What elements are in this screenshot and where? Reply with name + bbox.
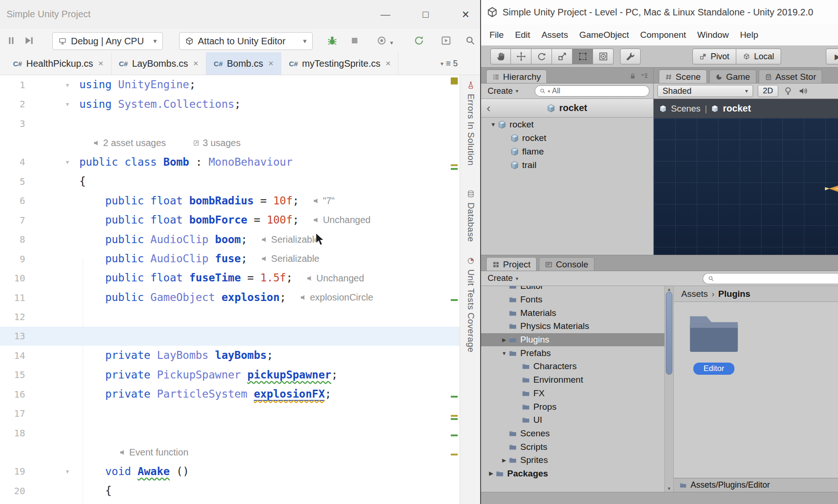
lock-icon[interactable]	[629, 72, 636, 80]
fold-marker-icon[interactable]: ▾	[27, 468, 74, 475]
hierarchy-item-flame[interactable]: flame	[481, 145, 653, 158]
tool-window-tab-database[interactable]: Database	[460, 190, 481, 242]
code-line[interactable]: 17	[0, 404, 460, 423]
stripe-mark[interactable]	[451, 434, 458, 436]
stripe-mark[interactable]	[451, 415, 458, 417]
menu-edit[interactable]: Edit	[510, 30, 536, 40]
fold-marker-icon[interactable]: ▾	[27, 100, 74, 108]
menu-gameobject[interactable]: GameObject	[573, 30, 635, 40]
menu-file[interactable]: File	[484, 30, 510, 40]
project-scrollbar[interactable]: ▲ ▼	[664, 286, 674, 492]
debug-bug-icon[interactable]	[327, 35, 338, 46]
inlay-hint[interactable]: Unchanged	[313, 215, 370, 225]
code-line[interactable]: 18	[0, 423, 460, 442]
panel-menu-icon[interactable]	[640, 72, 649, 80]
inlay-hint[interactable]: Event function	[119, 447, 189, 458]
stripe-mark[interactable]	[451, 164, 458, 166]
restart-icon[interactable]	[413, 35, 425, 46]
stripe-mark[interactable]	[451, 168, 458, 170]
custom-tool-button[interactable]	[620, 49, 641, 64]
code-line[interactable]: 14 private LayBombs layBombs;	[0, 346, 460, 365]
code-editor[interactable]: 1▾using UnityEngine;2▾using System.Colle…	[0, 75, 460, 504]
scale-tool-button[interactable]	[552, 49, 573, 64]
code-line[interactable]: 5{	[0, 172, 460, 191]
project-tree-item-sprites[interactable]: ▶Sprites	[481, 454, 664, 467]
pause-icon[interactable]	[6, 35, 17, 46]
code-line[interactable]: 7 public float bombForce = 100f;Unchange…	[0, 210, 460, 230]
rotate-tool-button[interactable]	[531, 49, 552, 64]
inlay-hint[interactable]: Serializable	[261, 234, 319, 245]
code-line[interactable]: 8 public AudioClip boom;Serializable	[0, 230, 460, 249]
code-line[interactable]: 11 public GameObject explosion;explosion…	[0, 288, 460, 307]
code-hint-row[interactable]: Event function	[0, 442, 460, 462]
project-search-input[interactable]	[703, 273, 838, 284]
chevron-down-icon[interactable]: ▾	[390, 39, 393, 46]
project-tree-item-fonts[interactable]: Fonts	[481, 293, 664, 307]
code-line[interactable]: 13	[0, 327, 460, 346]
expand-toggle-icon[interactable]: ▼	[489, 121, 498, 128]
back-icon[interactable]: ‹	[487, 102, 490, 115]
expand-toggle-icon[interactable]: ▶	[500, 337, 509, 343]
scene-breadcrumb-bar[interactable]: Scenes | rocket	[654, 99, 838, 118]
attach-to-unity-select[interactable]: Attach to Unity Editor ▾	[179, 32, 313, 50]
tool-window-tab-unit-tests-coverage[interactable]: Unit Tests Coverage	[460, 257, 481, 352]
hierarchy-search-input[interactable]: ▾ All	[535, 85, 649, 97]
project-tree-item-materials[interactable]: Materials	[481, 306, 664, 320]
menu-assets[interactable]: Assets	[536, 30, 573, 40]
project-tree-item-editor[interactable]: Editor	[481, 286, 664, 293]
stop-icon[interactable]	[349, 35, 360, 46]
close-tab-icon[interactable]: ×	[385, 58, 391, 69]
code-line[interactable]: 2▾using System.Collections;	[0, 94, 460, 113]
code-line[interactable]: 6 public float bombRadius = 10f;"7"	[0, 191, 460, 210]
editor-tab-bomb-cs[interactable]: C#Bomb.cs×	[206, 52, 281, 75]
close-tab-icon[interactable]: ×	[268, 58, 273, 69]
hierarchy-create-button[interactable]: Create ▾	[485, 85, 521, 97]
menu-component[interactable]: Component	[635, 30, 691, 40]
step-over-icon[interactable]	[23, 35, 35, 46]
scene-breadcrumb-root[interactable]: Scenes	[671, 104, 700, 114]
coverage-icon[interactable]	[376, 35, 387, 46]
prefab-breadcrumb-bar[interactable]: ‹ rocket	[481, 99, 653, 118]
rocket-sprite[interactable]	[819, 182, 838, 196]
expand-toggle-icon[interactable]: ▶	[500, 457, 509, 463]
code-line[interactable]: 15 private PickupSpawner pickupSpawner;	[0, 365, 460, 385]
tab-scene[interactable]: Scene	[659, 70, 707, 83]
scroll-up-icon[interactable]: ▲	[665, 287, 673, 292]
expand-toggle-icon[interactable]: ▼	[500, 350, 509, 356]
editor-tab-mytestingsprite-cs[interactable]: C#myTestingSprite.cs×	[281, 52, 398, 75]
project-tree-item-plugins[interactable]: ▶Plugins	[481, 333, 664, 347]
code-line[interactable]: 9 public AudioClip fuse;Serializable	[0, 249, 460, 268]
audio-toggle-icon[interactable]	[798, 86, 808, 96]
scene-viewport[interactable]	[654, 118, 838, 255]
project-tree-item-packages[interactable]: ▶Packages	[481, 467, 664, 481]
project-create-button[interactable]: Create ▾	[485, 273, 521, 284]
tab-hierarchy[interactable]: Hierarchy	[486, 70, 547, 83]
code-line[interactable]: 12	[0, 307, 460, 326]
fold-marker-icon[interactable]: ▾	[27, 158, 74, 166]
menu-window[interactable]: Window	[691, 30, 734, 40]
asset-breadcrumb[interactable]: Assets › Plugins	[674, 286, 838, 302]
maximize-button[interactable]: □	[419, 9, 433, 20]
inlay-hint[interactable]: Unchanged	[307, 273, 364, 284]
project-tree-item-ui[interactable]: UI	[481, 413, 664, 427]
transform-tool-button[interactable]	[593, 49, 614, 64]
close-tab-icon[interactable]: ×	[193, 58, 198, 69]
code-line[interactable]: 16 private ParticleSystem explosionFX;	[0, 385, 460, 404]
editor-tab-healthpickup-cs[interactable]: C#HealthPickup.cs×	[6, 52, 112, 75]
scroll-down-icon[interactable]: ▼	[665, 486, 673, 491]
move-tool-button[interactable]	[511, 49, 531, 64]
menu-help[interactable]: Help	[734, 30, 764, 40]
stripe-mark[interactable]	[451, 396, 458, 398]
local-toggle[interactable]: Local	[736, 49, 781, 64]
project-tree-item-scripts[interactable]: Scripts	[481, 440, 664, 454]
minimize-button[interactable]: —	[378, 9, 392, 20]
code-line[interactable]: 10 public float fuseTime = 1.5f;Unchange…	[0, 268, 460, 287]
tab-console[interactable]: Console	[539, 257, 594, 271]
pivot-toggle[interactable]: Pivot	[692, 49, 736, 64]
scrollbar-thumb[interactable]	[666, 292, 672, 375]
inlay-hint[interactable]: explosionCircle	[300, 292, 373, 303]
play-button[interactable]: ▶	[826, 49, 838, 64]
hierarchy-item-rocket[interactable]: rocket	[481, 131, 653, 145]
inlay-hint[interactable]: "7"	[313, 196, 335, 206]
project-tree-item-characters[interactable]: Characters	[481, 360, 664, 373]
